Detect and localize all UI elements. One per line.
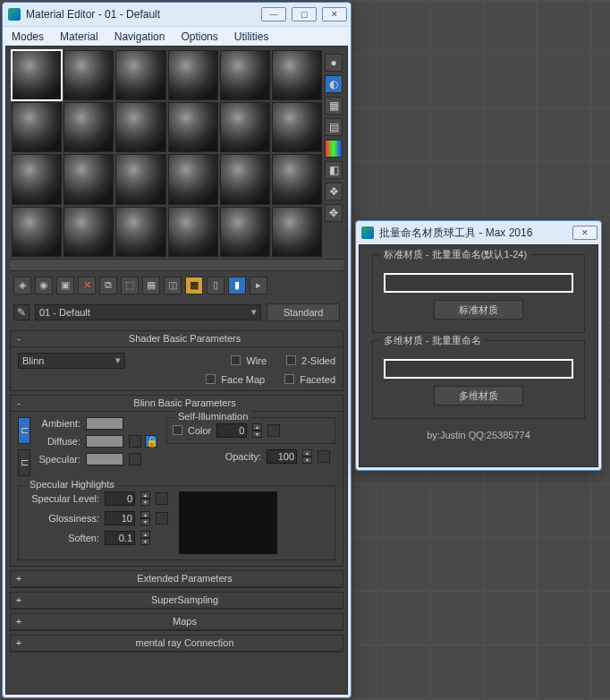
put-to-scene-icon[interactable]: ◉ [35,277,53,295]
face-map-checkbox[interactable] [206,374,216,384]
make-copy-icon[interactable]: ⧉ [99,277,117,295]
material-editor-titlebar[interactable]: Material Editor - 01 - Default — ▢ ✕ [3,3,351,26]
multi-name-input[interactable] [384,359,573,379]
put-to-library-icon[interactable]: ▦ [142,277,160,295]
soften-spinner[interactable]: ▴▾ [140,531,150,545]
sample-slot[interactable] [64,207,114,257]
sample-slot[interactable] [220,50,270,100]
material-name-combo[interactable]: 01 - Default [35,304,261,320]
sample-slot[interactable] [168,102,218,152]
faceted-checkbox[interactable] [284,374,294,384]
shader-type-combo[interactable]: Blinn [18,353,125,369]
menu-material[interactable]: Material [60,30,98,43]
specular-map-button[interactable] [129,453,141,465]
rollout-header[interactable]: +Extended Parameters [11,571,343,587]
checker-bg-icon[interactable]: ▦ [325,97,343,115]
menu-navigation[interactable]: Navigation [114,30,165,43]
rollout-header[interactable]: +SuperSampling [11,593,343,609]
sample-slot[interactable] [115,50,165,100]
sample-slot[interactable] [12,207,62,257]
rollout-header[interactable]: -Shader Basic Parameters [11,331,343,347]
go-forward-icon[interactable]: ▸ [250,277,267,295]
opacity-value[interactable]: 100 [267,449,297,464]
close-button[interactable]: ✕ [322,7,347,21]
pick-material-icon[interactable]: ✎ [13,304,30,320]
get-material-icon[interactable]: ◈ [13,277,31,295]
make-unique-icon[interactable]: ⬚ [121,277,139,295]
opacity-map-button[interactable] [318,450,330,463]
material-id-icon[interactable]: ◫ [164,277,182,295]
specular-level-value[interactable]: 0 [105,491,135,506]
close-button[interactable]: ✕ [572,226,597,240]
sample-slot[interactable] [115,102,165,152]
go-parent-icon[interactable]: ▮ [228,277,246,295]
maximize-button[interactable]: ▢ [292,7,317,21]
sample-slot[interactable] [64,50,114,100]
rollout-scroll-area[interactable] [10,656,343,690]
multi-rename-button[interactable]: 多维材质 [434,386,523,405]
rename-tool-titlebar[interactable]: 批量命名材质球工具 - Max 2016 ✕ [356,221,601,244]
sample-slot[interactable] [115,154,165,204]
specular-color-swatch[interactable] [86,453,123,465]
sample-slot[interactable] [272,154,322,204]
sample-slot[interactable] [64,154,114,204]
window-title: 批量命名材质球工具 - Max 2016 [379,226,532,241]
ambient-lock-icon[interactable]: 🔒 [145,435,157,448]
diffuse-map-button[interactable] [129,435,141,448]
opacity-spinner[interactable]: ▴▾ [302,449,312,464]
sample-scrollbar[interactable] [10,259,343,271]
rollout-header[interactable]: +Maps [11,614,343,630]
select-by-material-icon[interactable]: ✥ [325,204,343,222]
diffuse-color-swatch[interactable] [86,435,123,448]
minimize-button[interactable]: — [261,7,286,21]
glossiness-spinner[interactable]: ▴▾ [140,511,150,525]
sample-slot[interactable] [12,50,62,100]
menu-bar: Modes Material Navigation Options Utilit… [3,26,351,46]
menu-options[interactable]: Options [181,30,217,43]
sample-slot[interactable] [115,207,165,257]
specular-level-map-button[interactable] [156,492,168,505]
rollout-header[interactable]: +mental ray Connection [11,636,343,652]
two-sided-checkbox[interactable] [286,355,296,365]
eraser-icon[interactable]: ◧ [325,161,343,179]
sample-slot[interactable] [168,154,218,204]
sample-slot[interactable] [272,102,322,152]
sample-slot[interactable] [64,102,114,152]
rollout-header[interactable]: -Blinn Basic Parameters [11,396,343,412]
sample-slot[interactable] [168,50,218,100]
self-illum-color-checkbox[interactable] [173,425,182,435]
ambient-diffuse-lock-icon[interactable]: ⊏ [18,417,30,444]
ambient-color-swatch[interactable] [86,417,123,430]
sample-type-icon[interactable]: ● [325,54,343,72]
sample-slot[interactable] [220,154,270,204]
show-map-icon[interactable]: ▩ [185,277,203,295]
self-illum-spinner[interactable]: ▴▾ [252,423,262,438]
sample-slot[interactable] [168,207,218,257]
sample-slot[interactable] [272,50,322,100]
sample-slot[interactable] [272,207,322,257]
video-color-icon[interactable] [325,140,343,158]
specular-level-spinner[interactable]: ▴▾ [140,491,150,506]
delete-icon[interactable]: ✕ [78,277,96,295]
soften-value[interactable]: 0.1 [105,531,135,545]
sample-slot[interactable] [220,207,270,257]
sample-slot[interactable] [12,102,62,152]
glossiness-value[interactable]: 10 [105,511,135,525]
backlight-icon[interactable]: ◐ [325,75,343,93]
self-illum-map-button[interactable] [267,424,280,437]
sample-slot[interactable] [12,154,62,204]
options-icon[interactable]: ❖ [325,183,343,201]
menu-modes[interactable]: Modes [12,30,44,43]
glossiness-map-button[interactable] [156,512,168,525]
show-end-result-icon[interactable]: ▯ [207,277,225,295]
assign-selection-icon[interactable]: ▣ [56,277,74,295]
standard-rename-button[interactable]: 标准材质 [434,300,523,320]
material-type-button[interactable]: Standard [267,303,340,321]
self-illum-value[interactable]: 0 [216,423,247,438]
menu-utilities[interactable]: Utilities [234,30,269,43]
sample-slot[interactable] [220,102,270,152]
sample-uv-icon[interactable]: ▤ [325,118,343,136]
wire-checkbox[interactable] [231,355,241,365]
standard-name-input[interactable] [384,273,573,293]
diffuse-specular-lock-icon[interactable]: ⊏ [18,449,30,476]
